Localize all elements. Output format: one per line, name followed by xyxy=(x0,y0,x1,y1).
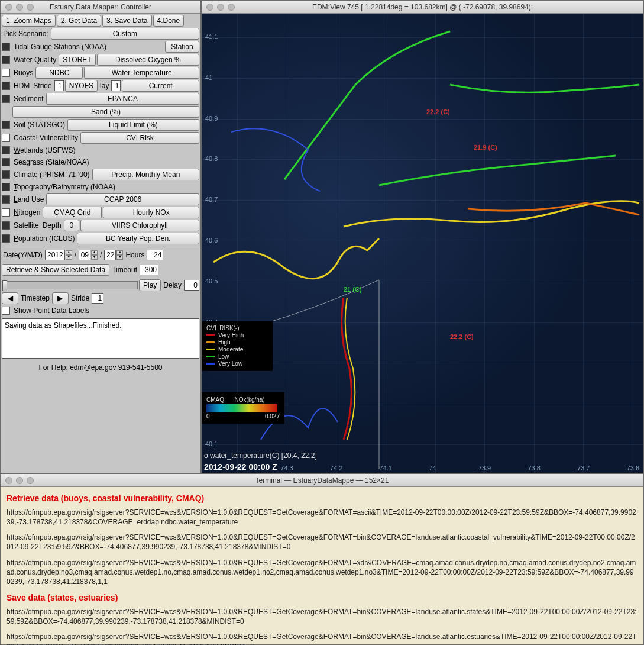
controller-title: Estuary Data Mapper: Controller xyxy=(1,3,200,11)
year-spinner[interactable]: ▲▼ xyxy=(66,250,72,260)
liquid-limit-btn[interactable]: Liquid Limit (%) xyxy=(67,119,199,131)
tab-save-data[interactable]: 3. Save Data xyxy=(102,15,151,27)
population-checkbox[interactable] xyxy=(2,234,10,243)
viirs-btn[interactable]: VIIRS Chlorophyll xyxy=(80,220,199,231)
cmaq-legend-var: NOx(kg/ha) xyxy=(235,396,265,403)
terminal-line: https://ofmpub.epa.gov/rsig/rsigserver?S… xyxy=(7,607,637,626)
waterquality-checkbox[interactable] xyxy=(2,56,10,64)
landuse-checkbox[interactable] xyxy=(2,195,10,204)
delay-input[interactable] xyxy=(184,280,199,291)
coastal-label: Coastal Vulnerability xyxy=(12,133,79,143)
wetlands-checkbox[interactable] xyxy=(2,146,10,154)
topo-checkbox[interactable] xyxy=(2,183,10,191)
epanca-btn[interactable]: EPA NCA xyxy=(46,93,199,105)
seagrass-checkbox[interactable] xyxy=(2,158,10,166)
cvi-risk-btn[interactable]: CVI Risk xyxy=(80,132,199,144)
cmaq-colorbar xyxy=(206,404,277,412)
cvi-legend-title: CVI_RISK(-) xyxy=(206,325,268,331)
topo-label: Topography/Bathymetry (NOAA) xyxy=(12,182,116,192)
cmaq-grid-btn[interactable]: CMAQ Grid xyxy=(43,207,102,218)
legend-label: High xyxy=(218,339,231,346)
legend-swatch xyxy=(206,356,215,357)
legend-swatch xyxy=(206,334,215,336)
sediment-label: Sediment xyxy=(12,93,45,104)
cmaq-min: 0 xyxy=(206,413,210,420)
play-button[interactable]: Play xyxy=(139,279,161,291)
popden-btn[interactable]: BC Yearly Pop. Den. xyxy=(77,233,199,244)
sand-btn[interactable]: Sand (%) xyxy=(12,106,199,118)
soil-checkbox[interactable] xyxy=(2,121,10,129)
month-input[interactable] xyxy=(79,250,90,260)
month-spinner[interactable]: ▲▼ xyxy=(91,250,98,260)
retrieve-button[interactable]: Retrieve & Show Selected Data xyxy=(2,264,109,276)
satellite-label: Satellite xyxy=(12,220,40,231)
tab-get-data[interactable]: 2. Get Data xyxy=(57,15,101,27)
hours-input[interactable] xyxy=(147,250,163,260)
stride-input[interactable] xyxy=(92,293,103,304)
tidal-checkbox[interactable] xyxy=(2,43,10,51)
nitrogen-checkbox[interactable] xyxy=(2,208,10,217)
timestep-prev-button[interactable]: ◀ xyxy=(2,292,18,304)
climate-label: Climate (PRISM '71-'00) xyxy=(12,169,91,180)
climate-checkbox[interactable] xyxy=(2,170,10,179)
map-timestamp: 2012-09-22 00:00 Z xyxy=(204,462,277,472)
year-input[interactable] xyxy=(45,250,65,260)
storet-btn[interactable]: STORET xyxy=(59,54,95,66)
ndbc-btn[interactable]: NDBC xyxy=(35,67,83,79)
satellite-checkbox[interactable] xyxy=(2,221,10,230)
terminal-line: https://ofmpub.epa.gov/rsig/rsigserver?S… xyxy=(7,632,637,645)
seagrass-label: Seagrass (State/NOAA) xyxy=(12,157,90,167)
sediment-checkbox[interactable] xyxy=(2,95,10,103)
map-canvas[interactable]: 41.14140.940.840.740.640.540.440.340.240… xyxy=(202,14,643,473)
dissolved-oxygen-btn[interactable]: Dissolved Oxygen % xyxy=(97,54,199,66)
precip-btn[interactable]: Precip. Monthly Mean xyxy=(92,169,199,180)
terminal-line: https://ofmpub.epa.gov/rsig/rsigserver?S… xyxy=(7,558,637,587)
terminal-output[interactable]: Retrieve data (buoys, coastal vulnerabil… xyxy=(1,487,643,645)
data-point: 22.2 (C) xyxy=(450,333,474,340)
population-label: Population (ICLUS) xyxy=(12,233,76,244)
controller-titlebar[interactable]: Estuary Data Mapper: Controller xyxy=(1,1,200,14)
hdm-stride-label: Stride xyxy=(32,80,53,91)
delay-label: Delay xyxy=(162,280,183,291)
coastal-checkbox[interactable] xyxy=(2,134,10,142)
tidal-label: Tidal Gauge Stations (NOAA) xyxy=(12,41,164,52)
terminal-titlebar[interactable]: Terminal — EstuaryDataMappe — 152×21 xyxy=(1,474,643,487)
day-input[interactable] xyxy=(104,250,116,260)
stride-label: Stride xyxy=(70,293,90,304)
hours-label: Hours xyxy=(124,250,145,260)
map-titlebar[interactable]: EDM:View 745 [ 1.22814deg = 103.682km] @… xyxy=(202,1,643,14)
landuse-label: Land Use xyxy=(12,194,45,205)
data-point: 22.2 (C) xyxy=(426,108,450,115)
hdm-checkbox[interactable] xyxy=(2,82,10,90)
cmaq-legend-title: CMAQ xyxy=(206,396,224,403)
terminal-heading: Save data (states, estuaries) xyxy=(7,592,637,604)
status-readout: o water_temperature(C) [20.4, 22.2] xyxy=(204,452,317,460)
scenario-select[interactable]: Custom xyxy=(51,28,199,40)
nyofs-btn[interactable]: NYOFS xyxy=(65,80,98,92)
cvi-legend: CVI_RISK(-) Very HighHighModerateLowVery… xyxy=(202,321,273,371)
play-slider[interactable] xyxy=(2,281,138,289)
terminal-window: Terminal — EstuaryDataMappe — 152×21 Ret… xyxy=(0,473,644,645)
ccap-btn[interactable]: CCAP 2006 xyxy=(46,194,199,205)
water-temp-btn[interactable]: Water Temperature xyxy=(84,67,199,79)
tab-zoom-maps[interactable]: 1. Zoom Maps xyxy=(2,15,56,27)
buoys-label: Buoys xyxy=(12,67,34,78)
tab-done[interactable]: 4.Done xyxy=(153,15,185,27)
map-window: EDM:View 745 [ 1.22814deg = 103.682km] @… xyxy=(201,0,644,473)
data-point: 21.9 (C) xyxy=(474,144,497,151)
buoys-checkbox[interactable] xyxy=(2,69,10,77)
timestep-next-button[interactable]: ▶ xyxy=(52,292,69,304)
timeout-input[interactable] xyxy=(140,265,158,275)
day-spinner[interactable]: ▲▼ xyxy=(116,250,123,260)
wetlands-label: Wetlands (USFWS) xyxy=(12,145,76,156)
legend-swatch xyxy=(206,341,215,343)
show-labels-checkbox[interactable] xyxy=(2,307,10,315)
hdm-lay-label: lay xyxy=(99,80,110,91)
depth-btn[interactable]: 0 xyxy=(64,220,79,231)
current-btn[interactable]: Current xyxy=(122,80,199,92)
hourly-nox-btn[interactable]: Hourly NOx xyxy=(103,207,199,218)
tidal-station-btn[interactable]: Station xyxy=(165,41,199,53)
hdm-lay-input[interactable] xyxy=(111,80,121,91)
hdm-stride-input[interactable] xyxy=(54,80,64,91)
legend-label: Very Low xyxy=(218,360,242,367)
